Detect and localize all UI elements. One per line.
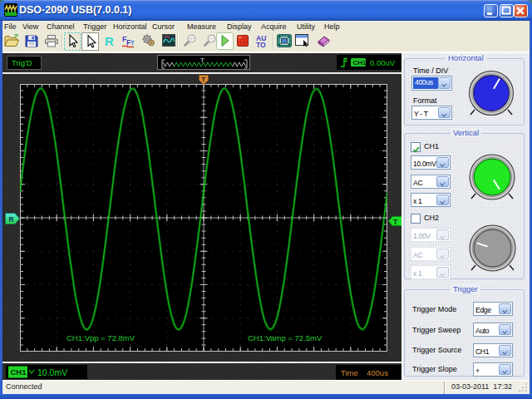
svg-text:Time: Time bbox=[341, 368, 358, 377]
svg-text:T: T bbox=[131, 39, 135, 47]
svg-text:CH1:Vpp = 72.8mV: CH1:Vpp = 72.8mV bbox=[66, 333, 135, 342]
svg-text:CH1:Vamp = 72.5mV: CH1:Vamp = 72.5mV bbox=[248, 333, 323, 342]
svg-text:400us: 400us bbox=[367, 368, 388, 377]
svg-text:T: T bbox=[393, 218, 398, 226]
svg-text:T: T bbox=[201, 76, 205, 83]
svg-text:TO: TO bbox=[256, 41, 266, 49]
svg-text:CH1: CH1 bbox=[353, 59, 367, 66]
svg-text:0.00uV: 0.00uV bbox=[370, 58, 396, 67]
svg-text:CH1: CH1 bbox=[11, 367, 27, 377]
svg-text:R: R bbox=[9, 215, 14, 224]
svg-text:10.0mV: 10.0mV bbox=[37, 367, 67, 377]
svg-text:R: R bbox=[105, 34, 114, 48]
